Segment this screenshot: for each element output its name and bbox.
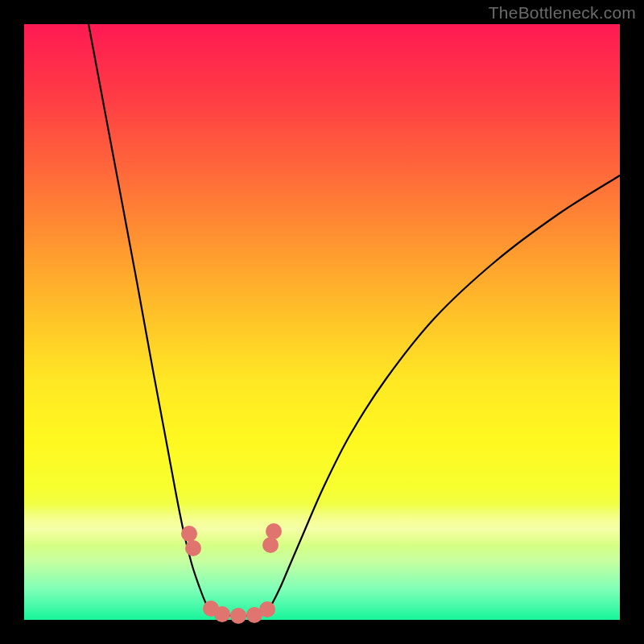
chart-svg	[24, 24, 620, 620]
marker-dot	[214, 606, 230, 622]
marker-dots	[181, 523, 282, 624]
marker-dot	[230, 608, 246, 624]
plot-area	[24, 24, 620, 620]
marker-dot	[262, 537, 279, 553]
marker-dot	[266, 523, 282, 539]
marker-dot	[181, 526, 197, 542]
marker-dot	[185, 540, 201, 556]
curve-left	[89, 24, 213, 614]
marker-dot	[259, 601, 275, 617]
outer-frame: TheBottleneck.com	[0, 0, 644, 644]
watermark-text: TheBottleneck.com	[489, 3, 636, 23]
curve-right	[266, 175, 620, 614]
